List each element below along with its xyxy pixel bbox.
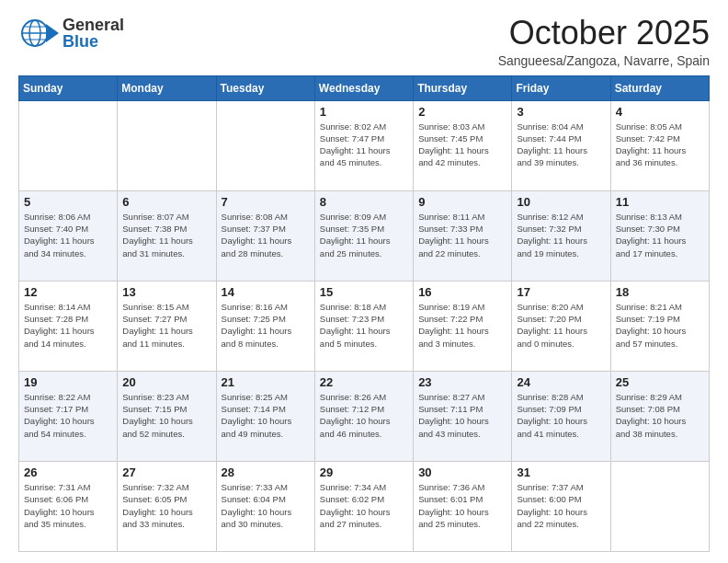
day-number: 19 [24,375,112,389]
calendar-day-17: 17Sunrise: 8:20 AM Sunset: 7:20 PM Dayli… [512,281,610,371]
day-number: 6 [122,195,210,209]
day-info: Sunrise: 8:22 AM Sunset: 7:17 PM Dayligh… [24,391,112,440]
header: General Blue October 2025 Sangueesa/Zang… [18,15,710,68]
calendar-week-row: 26Sunrise: 7:31 AM Sunset: 6:06 PM Dayli… [19,461,710,551]
day-info: Sunrise: 8:13 AM Sunset: 7:30 PM Dayligh… [616,211,704,259]
day-number: 31 [517,465,605,479]
day-info: Sunrise: 8:14 AM Sunset: 7:28 PM Dayligh… [24,301,112,350]
day-info: Sunrise: 8:26 AM Sunset: 7:12 PM Dayligh… [320,391,408,440]
day-info: Sunrise: 8:02 AM Sunset: 7:47 PM Dayligh… [320,121,408,169]
day-number: 4 [616,105,704,119]
day-number: 24 [517,375,605,389]
calendar-day-27: 27Sunrise: 7:32 AM Sunset: 6:05 PM Dayli… [118,461,216,551]
calendar-day-24: 24Sunrise: 8:28 AM Sunset: 7:09 PM Dayli… [512,371,610,461]
day-number: 10 [517,195,605,209]
day-info: Sunrise: 8:20 AM Sunset: 7:20 PM Dayligh… [517,301,605,350]
day-number: 11 [616,195,704,209]
logo-blue-text: Blue [63,33,124,50]
day-number: 26 [24,465,112,479]
calendar-day-20: 20Sunrise: 8:23 AM Sunset: 7:15 PM Dayli… [118,371,216,461]
calendar-day-5: 5Sunrise: 8:06 AM Sunset: 7:40 PM Daylig… [19,190,118,281]
location: Sangueesa/Zangoza, Navarre, Spain [498,53,710,68]
day-info: Sunrise: 8:11 AM Sunset: 7:33 PM Dayligh… [418,211,506,259]
calendar-header-wednesday: Wednesday [314,75,413,100]
day-info: Sunrise: 8:05 AM Sunset: 7:42 PM Dayligh… [616,121,704,169]
day-info: Sunrise: 8:09 AM Sunset: 7:35 PM Dayligh… [320,211,408,259]
calendar-header-sunday: Sunday [19,75,118,100]
day-number: 17 [517,285,605,299]
calendar-day-26: 26Sunrise: 7:31 AM Sunset: 6:06 PM Dayli… [19,461,118,551]
calendar-day-7: 7Sunrise: 8:08 AM Sunset: 7:37 PM Daylig… [216,190,314,281]
day-number: 16 [418,285,506,299]
day-number: 5 [24,195,112,209]
day-number: 29 [320,465,408,479]
calendar-day-6: 6Sunrise: 8:07 AM Sunset: 7:38 PM Daylig… [118,190,216,281]
day-info: Sunrise: 8:21 AM Sunset: 7:19 PM Dayligh… [616,301,704,350]
day-info: Sunrise: 8:28 AM Sunset: 7:09 PM Dayligh… [517,391,605,440]
day-info: Sunrise: 8:29 AM Sunset: 7:08 PM Dayligh… [616,391,704,440]
day-number: 20 [122,375,210,389]
calendar-header-monday: Monday [118,75,216,100]
day-number: 27 [122,465,210,479]
calendar-day-30: 30Sunrise: 7:36 AM Sunset: 6:01 PM Dayli… [414,461,512,551]
day-number: 23 [418,375,506,389]
calendar-header-thursday: Thursday [414,75,512,100]
calendar-day-12: 12Sunrise: 8:14 AM Sunset: 7:28 PM Dayli… [19,281,118,371]
day-number: 13 [122,285,210,299]
day-number: 18 [616,285,704,299]
calendar-day-empty [19,100,118,190]
calendar-week-row: 1Sunrise: 8:02 AM Sunset: 7:47 PM Daylig… [19,100,710,190]
day-number: 7 [222,195,310,209]
day-info: Sunrise: 8:04 AM Sunset: 7:44 PM Dayligh… [517,121,605,169]
page: General Blue October 2025 Sangueesa/Zang… [0,0,728,563]
day-info: Sunrise: 8:07 AM Sunset: 7:38 PM Dayligh… [122,211,210,259]
svg-marker-5 [46,24,59,42]
day-info: Sunrise: 8:27 AM Sunset: 7:11 PM Dayligh… [418,391,506,440]
day-number: 3 [517,105,605,119]
day-number: 30 [418,465,506,479]
day-number: 22 [320,375,408,389]
calendar-day-empty [610,461,709,551]
day-info: Sunrise: 8:25 AM Sunset: 7:14 PM Dayligh… [222,391,310,440]
day-info: Sunrise: 8:12 AM Sunset: 7:32 PM Dayligh… [517,211,605,259]
calendar-day-16: 16Sunrise: 8:19 AM Sunset: 7:22 PM Dayli… [414,281,512,371]
day-number: 8 [320,195,408,209]
calendar-day-18: 18Sunrise: 8:21 AM Sunset: 7:19 PM Dayli… [610,281,709,371]
calendar-day-11: 11Sunrise: 8:13 AM Sunset: 7:30 PM Dayli… [610,190,709,281]
day-info: Sunrise: 7:36 AM Sunset: 6:01 PM Dayligh… [418,481,506,530]
logo: General Blue [18,15,124,52]
day-number: 1 [320,105,408,119]
calendar-day-25: 25Sunrise: 8:29 AM Sunset: 7:08 PM Dayli… [610,371,709,461]
day-number: 15 [320,285,408,299]
day-info: Sunrise: 7:32 AM Sunset: 6:05 PM Dayligh… [122,481,210,530]
calendar-day-3: 3Sunrise: 8:04 AM Sunset: 7:44 PM Daylig… [512,100,610,190]
calendar-header-saturday: Saturday [610,75,709,100]
day-number: 12 [24,285,112,299]
calendar-day-23: 23Sunrise: 8:27 AM Sunset: 7:11 PM Dayli… [414,371,512,461]
calendar-table: SundayMondayTuesdayWednesdayThursdayFrid… [18,75,710,552]
calendar-day-31: 31Sunrise: 7:37 AM Sunset: 6:00 PM Dayli… [512,461,610,551]
title-block: October 2025 Sangueesa/Zangoza, Navarre,… [498,15,710,68]
calendar-day-13: 13Sunrise: 8:15 AM Sunset: 7:27 PM Dayli… [118,281,216,371]
day-info: Sunrise: 8:23 AM Sunset: 7:15 PM Dayligh… [122,391,210,440]
month-title: October 2025 [498,15,710,52]
calendar-header-tuesday: Tuesday [216,75,314,100]
day-info: Sunrise: 8:19 AM Sunset: 7:22 PM Dayligh… [418,301,506,350]
calendar-day-29: 29Sunrise: 7:34 AM Sunset: 6:02 PM Dayli… [314,461,413,551]
day-info: Sunrise: 8:18 AM Sunset: 7:23 PM Dayligh… [320,301,408,350]
day-info: Sunrise: 7:31 AM Sunset: 6:06 PM Dayligh… [24,481,112,530]
day-info: Sunrise: 7:34 AM Sunset: 6:02 PM Dayligh… [320,481,408,530]
day-info: Sunrise: 8:03 AM Sunset: 7:45 PM Dayligh… [418,121,506,169]
calendar-day-15: 15Sunrise: 8:18 AM Sunset: 7:23 PM Dayli… [314,281,413,371]
day-number: 28 [222,465,310,479]
calendar-day-10: 10Sunrise: 8:12 AM Sunset: 7:32 PM Dayli… [512,190,610,281]
calendar-day-22: 22Sunrise: 8:26 AM Sunset: 7:12 PM Dayli… [314,371,413,461]
calendar-day-1: 1Sunrise: 8:02 AM Sunset: 7:47 PM Daylig… [314,100,413,190]
calendar-header-row: SundayMondayTuesdayWednesdayThursdayFrid… [19,75,710,100]
logo-general-text: General [63,17,124,33]
calendar-day-8: 8Sunrise: 8:09 AM Sunset: 7:35 PM Daylig… [314,190,413,281]
day-number: 25 [616,375,704,389]
calendar-day-4: 4Sunrise: 8:05 AM Sunset: 7:42 PM Daylig… [610,100,709,190]
calendar-day-empty [216,100,314,190]
calendar-day-28: 28Sunrise: 7:33 AM Sunset: 6:04 PM Dayli… [216,461,314,551]
